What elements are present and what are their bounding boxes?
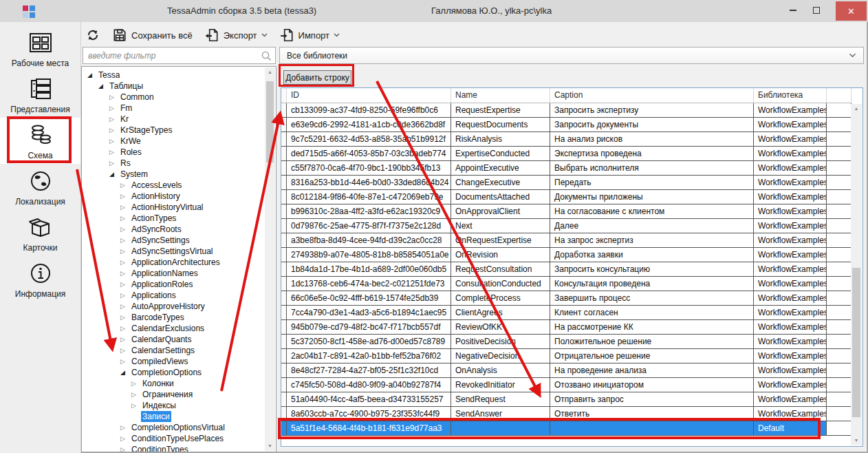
tree-expander-icon[interactable]: ▷: [120, 323, 130, 334]
scroll-down-icon[interactable]: ▼: [265, 441, 275, 451]
table-row[interactable]: a3be8fba-8d49-4cee-94fd-d39c2ac0cc28OnRe…: [281, 233, 862, 248]
tree-expander-icon[interactable]: ▷: [109, 92, 119, 103]
table-row[interactable]: 8e48cf27-7284-4a27-bf05-25f1c32f10cdOnAn…: [281, 364, 862, 378]
tree-item[interactable]: ◢System: [82, 169, 264, 180]
add-row-button[interactable]: Добавить строку: [283, 70, 351, 85]
tree-expander-icon[interactable]: ▷: [120, 235, 130, 246]
grid-scrollbar-thumb[interactable]: [852, 268, 860, 417]
tree-expander-icon[interactable]: ▷: [120, 345, 130, 356]
tree-scrollbar-thumb[interactable]: [266, 81, 274, 162]
tree-expander-icon[interactable]: ◢: [109, 169, 119, 180]
tree-item[interactable]: ▷Fm: [82, 103, 264, 114]
tree-item[interactable]: ▷AccessLevels: [82, 180, 264, 191]
table-row[interactable]: 51a04490-f4cc-4af5-beea-d34733155257Send…: [281, 392, 862, 407]
sidebar-item-views[interactable]: Представления: [0, 72, 80, 118]
tree-item[interactable]: ▷ApplicationArchitectures: [82, 257, 264, 268]
tree-expander-icon[interactable]: ▷: [120, 202, 130, 213]
tree-item[interactable]: ▷CompiledViews: [82, 356, 264, 367]
tree-item[interactable]: ▷KrStageTypes: [82, 125, 264, 136]
table-row[interactable]: e63e9cd6-2992-4181-a1cb-c0de3662bd8fRequ…: [281, 118, 862, 132]
tree-scrollbar[interactable]: ▲ ▼: [265, 67, 275, 451]
tree-expander-icon[interactable]: ◢: [87, 70, 97, 81]
table-row[interactable]: 1dc13768-ceb6-474a-bec2-c021251fde73Cons…: [281, 277, 862, 291]
tree-item[interactable]: ▷AdSyncSettings: [82, 235, 264, 246]
tree-item[interactable]: ▷CompletionOptionsVirtual: [82, 422, 264, 433]
export-button[interactable]: Экспорт: [203, 26, 269, 44]
tree-item[interactable]: ▷Колонки: [82, 378, 264, 389]
sidebar-item-information[interactable]: Информация: [0, 256, 80, 302]
table-row[interactable]: 7cc4a790-d3e1-4ad3-a5c6-b1894c1aec95Clie…: [281, 306, 862, 320]
table-row[interactable]: 274938b9-a07e-4805-81b8-b85854051a0eOnRe…: [281, 248, 862, 262]
tree-expander-icon[interactable]: ▷: [120, 224, 130, 235]
tree-item[interactable]: ▷Ограничения: [82, 389, 264, 400]
tree-expander-icon[interactable]: ▷: [109, 147, 119, 158]
table-row[interactable]: 1b84da1d-17be-4b1d-a689-2df00e060db5Requ…: [281, 262, 862, 277]
column-header-id[interactable]: ID: [287, 88, 451, 103]
tree-expander-icon[interactable]: ▷: [120, 422, 130, 433]
tree-expander-icon[interactable]: ▷: [120, 301, 130, 312]
tree-item[interactable]: ▷BarcodeTypes: [82, 312, 264, 323]
tree-expander-icon[interactable]: ▷: [120, 356, 130, 367]
import-button[interactable]: Импорт: [278, 26, 341, 44]
table-row[interactable]: ded715d5-a66f-4053-85b7-03c3badeb774Expe…: [281, 147, 862, 161]
tree-expander-icon[interactable]: ▷: [120, 312, 130, 323]
tree-expander-icon[interactable]: ▷: [109, 103, 119, 114]
table-row[interactable]: c745fc50-508d-4d80-9f09-a040b92787f4Revo…: [281, 378, 862, 392]
table-row[interactable]: cb133099-ac37-4fd9-8250-59fe96ffb0c6Requ…: [281, 103, 862, 118]
table-row[interactable]: 8316a253-bb1d-44e6-b0d0-33ded86d4b24Chan…: [281, 176, 862, 190]
tree-item[interactable]: ▷CalendarExclusions: [82, 323, 264, 334]
tree-expander-icon[interactable]: ▷: [109, 125, 119, 136]
tree-item[interactable]: ▷AutoApproveHistory: [82, 301, 264, 312]
tree-item[interactable]: ◢Tessa: [82, 70, 264, 81]
table-row[interactable]: 5a51f1e4-5684-4f4b-b181-f631e9d77aa3Defa…: [281, 421, 862, 436]
table-row[interactable]: c55f7870-0ca6-4f70-9bc1-190bb345fb13Appo…: [281, 161, 862, 176]
filter-input[interactable]: [83, 47, 276, 64]
table-row[interactable]: 9c7c5291-6632-4d53-a858-35ab51b9912fRisk…: [281, 132, 862, 147]
tree-expander-icon[interactable]: ▷: [131, 389, 141, 400]
tree-expander-icon[interactable]: ▷: [109, 114, 119, 125]
scroll-up-icon[interactable]: ▲: [265, 67, 275, 77]
tree-expander-icon[interactable]: ▷: [131, 378, 141, 389]
tree-expander-icon[interactable]: ▷: [131, 400, 141, 411]
tree-item[interactable]: ▷Applications: [82, 290, 264, 301]
tree-item[interactable]: ▷ActionHistory: [82, 191, 264, 202]
tree-expander-icon[interactable]: ▷: [120, 180, 130, 191]
tree-expander-icon[interactable]: ▷: [120, 268, 130, 279]
library-dropdown[interactable]: Все библиотеки: [279, 47, 864, 64]
maximize-button[interactable]: [805, 0, 828, 21]
tree-item[interactable]: ▷ConditionTypeUsePlaces: [82, 433, 264, 444]
tree-expander-icon[interactable]: ▷: [120, 433, 130, 444]
table-row[interactable]: 8c012184-9f86-40fe-87e1-c472069eb79eDocu…: [281, 190, 862, 204]
tree-item[interactable]: ▷Common: [82, 92, 264, 103]
tree-expander-icon[interactable]: ▷: [120, 257, 130, 268]
tree-item[interactable]: ◢Таблицы: [82, 81, 264, 92]
minimize-button[interactable]: [781, 0, 805, 21]
table-row[interactable]: b996310c-28aa-4ff2-a3fd-e62ac19320c9OnAp…: [281, 204, 862, 219]
sidebar-item-workspaces[interactable]: Рабочие места: [0, 25, 80, 72]
table-row[interactable]: 5c372050-8cf1-458e-ad76-d00ed57c8789Posi…: [281, 335, 862, 349]
tree-item[interactable]: ▷Индексы: [82, 400, 264, 411]
refresh-button[interactable]: [84, 26, 102, 44]
tree-item[interactable]: Записи: [82, 411, 264, 422]
tree-item[interactable]: ▷Roles: [82, 147, 264, 158]
save-all-button[interactable]: Сохранить всё: [111, 26, 194, 44]
tree-item[interactable]: ▷AdSyncSettingsVirtual: [82, 246, 264, 257]
tree-expander-icon[interactable]: ▷: [109, 136, 119, 147]
tree-item[interactable]: ▷ConditionTypes: [82, 444, 264, 452]
tree-expander-icon[interactable]: ▷: [120, 334, 130, 345]
table-row[interactable]: 0d79876c-25ae-4775-8f7f-f7375e2c128dNext…: [281, 219, 862, 233]
tree-item[interactable]: ◢CompletionOptions: [82, 367, 264, 378]
tree-expander-icon[interactable]: ▷: [120, 213, 130, 224]
tree-expander-icon[interactable]: ▷: [120, 444, 130, 452]
tree-item[interactable]: ▷ApplicationNames: [82, 268, 264, 279]
tree-expander-icon[interactable]: ◢: [120, 367, 130, 378]
tree-item[interactable]: ▷AdSyncRoots: [82, 224, 264, 235]
tree-expander-icon[interactable]: ▷: [120, 246, 130, 257]
table-row[interactable]: 66c06e5e-0c92-4fff-b619-1574fe25db39Comp…: [281, 291, 862, 306]
close-button[interactable]: ✕: [836, 1, 867, 21]
scroll-up-icon[interactable]: ▲: [851, 104, 862, 114]
tree-item[interactable]: ▷ActionTypes: [82, 213, 264, 224]
table-row[interactable]: 945b079e-cd79-48f2-bc47-f717bcb557dfRevi…: [281, 320, 862, 335]
tree-expander-icon[interactable]: ▷: [120, 290, 130, 301]
tree-item[interactable]: ▷KrWe: [82, 136, 264, 147]
